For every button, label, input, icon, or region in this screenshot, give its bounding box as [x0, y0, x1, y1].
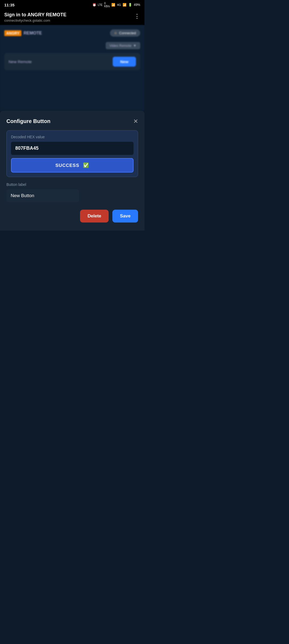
bottom-area — [0, 231, 144, 364]
status-bar: 11:35 ⏰ LTE 0KB/s 📶 4G 📶 🔋 49% — [0, 0, 144, 10]
dropdown-label: Video Remote — [109, 44, 131, 48]
logo-angry: ANGRY — [4, 30, 21, 36]
connect-label: Connected — [119, 31, 136, 35]
dropdown-button[interactable]: Video Remote ▼ — [106, 42, 140, 49]
connect-dot — [114, 32, 117, 34]
signal-icon: 📶 — [123, 3, 127, 7]
browser-url: connectivitycheck.gstatic.com — [4, 18, 66, 22]
modal-title: Configure Button — [6, 118, 50, 124]
battery-level: 49% — [134, 3, 140, 7]
lte-icon: LTE — [98, 3, 103, 6]
hex-label: Decoded HEX value — [11, 135, 134, 139]
button-label-section: Button label — [6, 182, 138, 202]
browser-bar: Sign in to ANGRY REMOTE connectivitychec… — [0, 10, 144, 25]
app-header: ANGRY REMOTE Connected — [4, 29, 140, 37]
data-speed: 0KB/s — [104, 2, 110, 8]
remote-card: New Remote New — [4, 53, 140, 70]
remote-name: New Remote — [9, 59, 32, 64]
success-checkmark: ✅ — [83, 163, 89, 168]
status-icons: ⏰ LTE 0KB/s 📶 4G 📶 🔋 49% — [92, 2, 140, 8]
button-label-title: Button label — [6, 182, 138, 187]
close-button[interactable]: ✕ — [133, 118, 138, 124]
chevron-down-icon: ▼ — [133, 44, 136, 48]
app-background: ANGRY REMOTE Connected Video Remote ▼ Ne… — [0, 25, 144, 111]
configure-button-modal: Configure Button ✕ Decoded HEX value SUC… — [0, 111, 144, 231]
hex-section: Decoded HEX value SUCCESS ✅ — [6, 130, 138, 177]
wifi-icon: 📶 — [111, 3, 115, 7]
success-indicator: SUCCESS ✅ — [11, 158, 134, 172]
app-logo: ANGRY REMOTE — [4, 30, 42, 36]
logo-remote: REMOTE — [24, 31, 42, 36]
button-label-input[interactable] — [6, 189, 79, 202]
modal-header: Configure Button ✕ — [6, 118, 138, 124]
alarm-icon: ⏰ — [92, 3, 96, 7]
browser-info: Sign in to ANGRY REMOTE connectivitychec… — [4, 12, 66, 22]
new-button[interactable]: New — [113, 57, 136, 67]
action-buttons: Delete Save — [6, 210, 138, 223]
save-button[interactable]: Save — [112, 210, 138, 223]
battery-icon: 🔋 — [128, 3, 132, 7]
video-remote-dropdown: Video Remote ▼ — [4, 42, 140, 49]
delete-button[interactable]: Delete — [80, 210, 109, 223]
status-time: 11:35 — [4, 3, 14, 7]
connect-button[interactable]: Connected — [110, 29, 140, 37]
network-icon: 4G — [117, 3, 121, 6]
browser-title: Sign in to ANGRY REMOTE — [4, 12, 66, 18]
browser-menu-button[interactable]: ⋮ — [134, 13, 140, 20]
success-label: SUCCESS — [55, 163, 79, 168]
hex-value-input[interactable] — [11, 142, 134, 155]
